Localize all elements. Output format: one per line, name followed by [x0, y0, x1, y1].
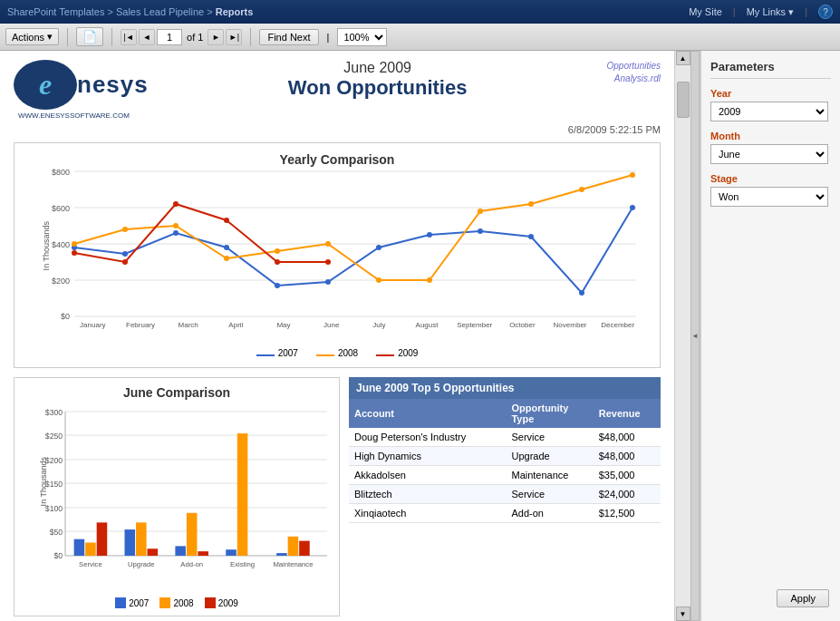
year-label: Year [710, 88, 831, 99]
svg-point-11 [122, 251, 128, 257]
svg-point-19 [528, 234, 534, 239]
cell-revenue: $12,500 [594, 504, 661, 523]
logo-circle: e [14, 60, 77, 110]
top-nav-bar: SharePoint Templates > Sales Lead Pipeli… [0, 0, 840, 24]
svg-text:$150: $150 [45, 480, 63, 489]
svg-text:$0: $0 [61, 312, 70, 321]
svg-text:$250: $250 [45, 432, 63, 441]
svg-point-28 [376, 277, 381, 283]
svg-rect-61 [175, 546, 186, 556]
svg-point-22 [72, 241, 77, 247]
cell-revenue: $48,000 [594, 447, 661, 466]
svg-text:$100: $100 [45, 504, 63, 513]
year-select[interactable]: 2007 2008 2009 [710, 102, 828, 121]
svg-text:$600: $600 [52, 204, 70, 213]
actions-button[interactable]: Actions ▾ [5, 28, 59, 45]
cell-account: Akkadolsen [349, 466, 506, 485]
col-account: Account [349, 399, 506, 428]
cell-type: Add-on [506, 504, 593, 523]
help-icon[interactable]: ? [818, 5, 833, 19]
stage-param-group: Stage Won Lost Open [710, 173, 831, 207]
svg-point-32 [579, 187, 584, 192]
svg-point-23 [122, 227, 128, 232]
report-header: e nesys WWW.ENESYSSOFTWARE.COM June 2009… [14, 60, 661, 120]
june-chart-title: June Comparison [22, 385, 332, 400]
my-site-link[interactable]: My Site [689, 6, 722, 17]
export-button[interactable]: 📄 [76, 27, 103, 46]
svg-point-29 [427, 277, 432, 283]
cell-type: Service [506, 485, 593, 504]
bottom-section: June Comparison In Thousands [14, 377, 661, 616]
svg-text:$200: $200 [52, 277, 70, 286]
yearly-chart-legend: 2007 2008 2009 [24, 348, 651, 358]
year-param-group: Year 2007 2008 2009 [710, 88, 831, 121]
toolbar-separator-2 [111, 28, 112, 46]
cell-revenue: $24,000 [594, 485, 661, 504]
month-param-group: Month JanuaryFebruaryMarch AprilMayJune … [710, 131, 831, 164]
scroll-down-arrow[interactable]: ▼ [676, 606, 690, 621]
panel-handle[interactable]: ◄ [690, 51, 700, 621]
first-page-button[interactable]: |◄ [121, 29, 137, 45]
svg-point-34 [72, 250, 77, 256]
rdl-link[interactable]: OpportunitiesAnalysis.rdl [607, 60, 661, 85]
my-links-link[interactable]: My Links ▾ [747, 6, 794, 18]
svg-point-31 [528, 201, 534, 207]
svg-text:Service: Service [79, 560, 102, 568]
zoom-select[interactable]: 100% 75% 50% 150% 200% [337, 28, 387, 46]
stage-label: Stage [710, 173, 831, 184]
top5-table: Account OpportunityType Revenue Doug Pet… [349, 399, 661, 523]
prev-page-button[interactable]: ◄ [139, 29, 155, 45]
svg-rect-58 [125, 529, 136, 556]
apply-button[interactable]: Apply [777, 589, 829, 607]
svg-point-24 [173, 223, 179, 228]
scroll-thumb[interactable] [677, 82, 690, 118]
svg-point-38 [275, 259, 280, 265]
svg-point-33 [630, 172, 635, 178]
june-chart-container: June Comparison In Thousands [14, 377, 340, 616]
top5-header: June 2009 Top 5 Opportunities [349, 377, 661, 399]
next-page-button[interactable]: ► [208, 29, 224, 45]
june-chart-svg: $300 $250 $200 $150 $100 $50 $0 [65, 409, 327, 558]
scrollbar[interactable]: ▲ ▼ [674, 51, 690, 621]
breadcrumb: SharePoint Templates > Sales Lead Pipeli… [7, 6, 253, 17]
svg-rect-62 [187, 513, 198, 556]
svg-point-16 [376, 245, 381, 250]
svg-rect-59 [136, 522, 147, 556]
logo-url: WWW.ENESYSSOFTWARE.COM [18, 112, 130, 120]
table-row: Blitztech Service $24,000 [349, 485, 661, 504]
svg-rect-55 [74, 539, 85, 556]
page-input[interactable] [157, 29, 182, 45]
table-row: Doug Peterson's Industry Service $48,000 [349, 428, 661, 447]
cell-account: Doug Peterson's Industry [349, 428, 506, 447]
cell-account: High Dynamics [349, 447, 506, 466]
month-select[interactable]: JanuaryFebruaryMarch AprilMayJune JulyAu… [710, 144, 828, 164]
svg-point-21 [630, 205, 635, 210]
page-nav: |◄ ◄ of 1 ► ►| [121, 29, 242, 45]
scroll-up-arrow[interactable]: ▲ [676, 51, 690, 65]
toolbar-separator-3 [250, 28, 251, 46]
find-next-button[interactable]: Find Next [259, 29, 318, 45]
svg-point-14 [275, 283, 280, 288]
svg-point-36 [173, 201, 179, 207]
svg-point-12 [173, 230, 179, 236]
svg-text:$800: $800 [52, 168, 70, 177]
svg-rect-65 [237, 433, 248, 556]
stage-select[interactable]: Won Lost Open [710, 187, 828, 207]
svg-point-18 [478, 228, 483, 234]
yearly-chart-svg: $800 $600 $400 $200 $0 [69, 171, 642, 316]
svg-rect-64 [226, 549, 237, 556]
svg-text:$300: $300 [45, 408, 63, 417]
yearly-chart-container: Yearly Comparison In Thousands $800 $600 [14, 142, 661, 368]
svg-rect-63 [198, 551, 208, 556]
svg-point-20 [579, 290, 584, 296]
cell-account: Xinqiaotech [349, 504, 506, 523]
last-page-button[interactable]: ►| [226, 29, 242, 45]
cell-revenue: $48,000 [594, 428, 661, 447]
svg-point-30 [478, 209, 483, 214]
svg-point-37 [224, 218, 229, 223]
page-of: of 1 [184, 32, 206, 43]
toolbar-separator-1 [67, 28, 68, 46]
report-title-area: June 2009 Won Opportunities [149, 60, 607, 100]
svg-point-39 [325, 259, 331, 265]
svg-text:Existing: Existing [230, 560, 255, 568]
